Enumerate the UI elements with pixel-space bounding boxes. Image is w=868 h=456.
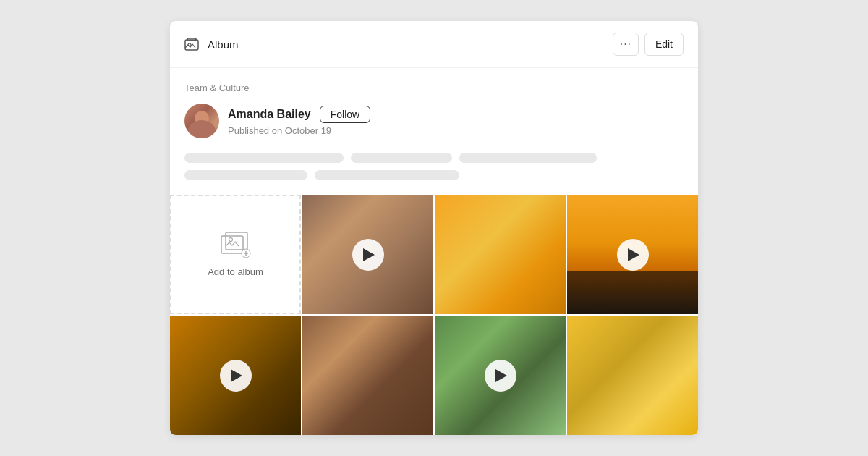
add-photos-icon [220,232,252,259]
category-label: Team & Culture [184,83,684,93]
play-button-6[interactable] [485,360,516,392]
follow-button[interactable]: Follow [320,106,370,123]
card-body: Team & Culture Amanda Bailey Follow Publ… [170,68,698,180]
skeleton-bar [459,153,597,163]
skeleton-bar [315,170,459,180]
skeleton-bar [184,153,344,163]
add-to-album-cell[interactable]: Add to album [170,195,301,314]
header-title: Album [208,38,239,51]
photo-cell-1[interactable] [302,195,433,314]
photo-cell-2[interactable] [435,195,566,314]
header-left: Album [184,38,239,51]
svg-point-5 [229,238,232,242]
author-name: Amanda Bailey [228,108,311,121]
skeleton-bar [351,153,452,163]
album-icon [184,38,200,51]
add-to-album-label: Add to album [208,266,263,277]
play-button-3[interactable] [617,239,649,271]
photo-cell-6[interactable] [435,316,566,435]
photo-grid: Add to album [170,195,698,435]
skeleton-bar [184,170,307,180]
avatar [184,104,219,138]
play-button-4[interactable] [220,360,252,392]
card-header: Album ··· Edit [170,21,698,68]
edit-button[interactable]: Edit [644,33,684,56]
more-options-button[interactable]: ··· [613,33,639,56]
play-triangle [495,369,507,382]
play-triangle [628,248,639,261]
author-row: Amanda Bailey Follow Published on Octobe… [184,104,684,138]
skeleton-row-1 [184,153,684,163]
play-triangle [231,369,242,382]
play-button-1[interactable] [352,239,384,271]
skeleton-row-2 [184,170,684,180]
photo-cell-3[interactable] [567,195,698,314]
header-actions: ··· Edit [613,33,684,56]
photo-cell-4[interactable] [170,316,301,435]
play-triangle [363,248,375,261]
svg-rect-4 [226,232,247,250]
author-name-row: Amanda Bailey Follow [228,106,370,123]
photo-cell-5[interactable] [302,316,433,435]
published-date: Published on October 19 [228,125,370,136]
author-info: Amanda Bailey Follow Published on Octobe… [228,106,370,136]
album-card: Album ··· Edit Team & Culture Amanda Bai… [170,21,698,435]
skeleton-lines [184,153,684,180]
photo-cell-7[interactable] [567,316,698,435]
